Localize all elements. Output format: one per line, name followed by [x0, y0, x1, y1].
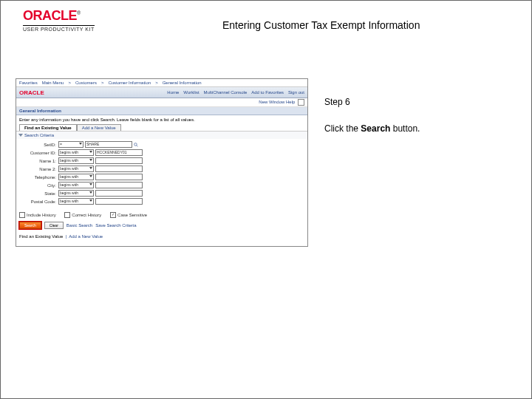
cb-label: Case Sensitive	[117, 213, 147, 217]
search-criteria-label: Search Criteria	[24, 133, 54, 137]
section-heading: General Information	[16, 107, 307, 115]
cb-label: Correct History	[72, 213, 101, 217]
mini-oracle-logo: ORACLE	[19, 89, 44, 96]
label-postal: Postal Code:	[19, 200, 56, 204]
op-telephone[interactable]: begins with	[58, 174, 94, 180]
step-instruction-suffix: button.	[390, 123, 420, 134]
top-link-mcc[interactable]: MultiChannel Console	[204, 90, 248, 95]
breadcrumb-item[interactable]: Customers	[75, 81, 97, 85]
page-title: Entering Customer Tax Exempt Information	[222, 19, 420, 31]
search-criteria-header[interactable]: Search Criteria	[16, 131, 307, 139]
upk-subtitle: USER PRODUCTIVITY KIT	[23, 25, 95, 32]
input-state[interactable]	[95, 190, 143, 197]
clear-button[interactable]: Clear	[44, 222, 64, 229]
breadcrumb-item[interactable]: Main Menu	[42, 81, 64, 85]
step-number: Step 6	[324, 97, 516, 107]
embedded-screenshot: Favorites Main Menu > Customers > Custom…	[16, 78, 308, 247]
breadcrumb-item[interactable]: General Information	[163, 81, 202, 85]
step-instruction-prefix: Click the	[324, 123, 361, 134]
oracle-logo-text: ORACLE®	[23, 8, 95, 24]
input-telephone[interactable]	[95, 174, 143, 180]
search-form: SetID: = SHARE Customer ID: begins with …	[16, 139, 307, 211]
row-city: City: begins with	[19, 182, 304, 188]
sub-header-row: New Window Help	[16, 98, 307, 107]
input-name1[interactable]	[95, 157, 143, 164]
row-name2: Name 2: begins with	[19, 166, 304, 172]
label-name1: Name 1:	[19, 159, 56, 163]
input-customer-id[interactable]: HCCKENNEDY01	[95, 149, 143, 156]
app-topbar: ORACLE Home Worklist MultiChannel Consol…	[16, 87, 307, 98]
step-instruction: Click the Search button.	[324, 123, 516, 134]
save-search-link[interactable]: Save Search Criteria	[95, 223, 136, 228]
tab-add-new[interactable]: Add a New Value	[77, 124, 121, 131]
tab-find-existing[interactable]: Find an Existing Value	[19, 124, 77, 131]
row-state: State: begins with	[19, 190, 304, 197]
lookup-icon[interactable]	[134, 143, 138, 147]
label-name2: Name 2:	[19, 167, 56, 171]
row-telephone: Telephone: begins with	[19, 174, 304, 180]
label-setid: SetID:	[19, 143, 56, 147]
op-customer-id[interactable]: begins with	[58, 149, 94, 156]
row-customer-id: Customer ID: begins with HCCKENNEDY01	[19, 149, 304, 156]
new-window-help[interactable]: New Window Help	[259, 100, 295, 104]
op-city[interactable]: begins with	[58, 182, 94, 188]
top-link-home[interactable]: Home	[167, 90, 179, 95]
chevron-down-icon	[18, 134, 23, 137]
top-link-signout[interactable]: Sign out	[288, 90, 304, 95]
footer-existing-label: Find an Existing Value	[19, 234, 63, 239]
page-root: ORACLE® USER PRODUCTIVITY KIT Entering C…	[0, 0, 532, 399]
cb-include-history[interactable]: Include History	[19, 213, 56, 217]
row-setid: SetID: = SHARE	[19, 141, 304, 148]
tab-row: Find an Existing Value Add a New Value	[16, 124, 307, 131]
label-telephone: Telephone:	[19, 175, 56, 180]
op-postal[interactable]: begins with	[58, 198, 94, 205]
cb-case-sensitive[interactable]: ✓Case Sensitive	[110, 213, 147, 217]
label-city: City:	[19, 183, 56, 188]
oracle-logo-word: ORACLE	[23, 8, 77, 23]
input-postal[interactable]	[95, 198, 143, 205]
input-setid[interactable]: SHARE	[85, 141, 132, 148]
basic-search-link[interactable]: Basic Search	[66, 223, 92, 228]
op-name2[interactable]: begins with	[58, 166, 94, 172]
input-city[interactable]	[95, 182, 143, 188]
top-link-fav[interactable]: Add to Favorites	[251, 90, 284, 95]
op-state[interactable]: begins with	[58, 190, 94, 197]
checkbox-icon	[64, 212, 70, 218]
breadcrumb: Favorites Main Menu > Customers > Custom…	[16, 79, 307, 87]
search-word: Search	[361, 123, 390, 134]
trademark-icon: ®	[77, 10, 81, 16]
row-name1: Name 1: begins with	[19, 157, 304, 164]
cb-correct-history[interactable]: Correct History	[64, 213, 101, 217]
footer-add-new-link[interactable]: Add a New Value	[69, 234, 103, 239]
instruction-panel: Step 6 Click the Search button.	[324, 97, 516, 134]
breadcrumb-item[interactable]: Favorites	[19, 81, 38, 85]
breadcrumb-item[interactable]: Customer Information	[108, 81, 151, 85]
input-name2[interactable]	[95, 166, 143, 172]
label-customer-id: Customer ID:	[19, 151, 56, 155]
label-state: State:	[19, 191, 56, 196]
checkbox-row: Include History Correct History ✓Case Se…	[16, 211, 307, 219]
svg-line-1	[137, 146, 138, 147]
footer-links: Find an Existing Value | Add a New Value	[16, 231, 307, 246]
section-description: Enter any information you have and click…	[16, 115, 307, 124]
help-icon[interactable]	[298, 99, 304, 106]
cb-label: Include History	[27, 213, 56, 217]
op-name1[interactable]: begins with	[58, 157, 94, 164]
checkbox-icon: ✓	[110, 212, 116, 218]
top-link-worklist[interactable]: Worklist	[183, 90, 199, 95]
product-logo: ORACLE® USER PRODUCTIVITY KIT	[23, 8, 95, 32]
button-row: Search Clear Basic Search Save Search Cr…	[16, 219, 307, 231]
search-button[interactable]: Search	[19, 222, 41, 229]
checkbox-icon	[19, 212, 25, 218]
op-setid[interactable]: =	[58, 141, 83, 148]
row-postal: Postal Code: begins with	[19, 198, 304, 205]
